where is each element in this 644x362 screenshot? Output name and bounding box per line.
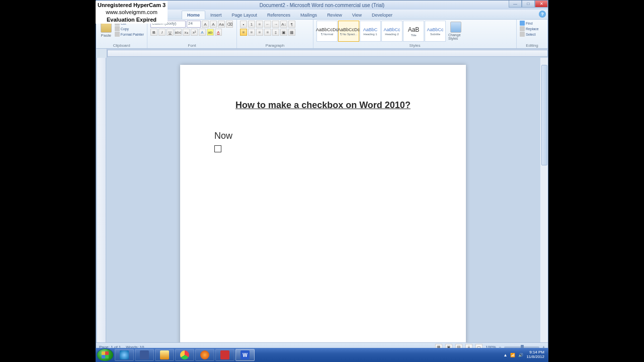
tab-page-layout[interactable]: Page Layout	[227, 11, 263, 19]
checkbox-content-control[interactable]	[214, 145, 221, 152]
tray-clock[interactable]: 9:14 PM 11/8/2012	[526, 350, 544, 359]
taskbar-word[interactable]: W	[235, 349, 255, 361]
ruler-horizontal-area	[96, 49, 548, 58]
bullets-button[interactable]: •	[240, 21, 247, 28]
font-size-select[interactable]: 24	[187, 21, 201, 28]
copy-icon	[115, 26, 120, 31]
change-case-button[interactable]: Aa	[218, 21, 225, 28]
group-clipboard-label: Clipboard	[99, 43, 144, 48]
taskbar-facebook[interactable]	[135, 349, 154, 361]
sort-button[interactable]: A↓	[280, 21, 287, 28]
document-workspace: How to make a checkbox on Word 2010? Now	[96, 58, 548, 342]
group-font-label: Font	[150, 43, 233, 48]
ruler-vertical[interactable]	[97, 58, 106, 342]
shrink-font-button[interactable]: A	[210, 21, 217, 28]
highlight-button[interactable]: ab	[207, 29, 214, 36]
underline-button[interactable]: U	[167, 29, 174, 36]
subscript-button[interactable]: x₂	[183, 29, 190, 36]
folder-icon	[160, 350, 169, 359]
taskbar-explorer[interactable]	[155, 349, 174, 361]
vertical-scrollbar[interactable]	[540, 58, 548, 342]
justify-button[interactable]: ≡	[264, 29, 271, 36]
window-title: Document2 - Microsoft Word non-commercia…	[260, 3, 384, 8]
app-icon	[220, 350, 229, 359]
change-styles-icon	[450, 22, 461, 33]
style-title[interactable]: AaBTitle	[403, 21, 424, 42]
tab-references[interactable]: References	[262, 11, 295, 19]
start-button[interactable]	[97, 348, 114, 361]
find-button[interactable]: Find	[520, 21, 539, 26]
superscript-button[interactable]: x²	[191, 29, 198, 36]
select-button[interactable]: Select	[520, 32, 539, 37]
text-effects-button[interactable]: A	[199, 29, 206, 36]
line-spacing-button[interactable]: ‡	[272, 29, 279, 36]
tray-chevron-icon[interactable]: ▲	[503, 353, 507, 357]
hypercam-watermark: Unregistered HyperCam 3 www.solveigmm.co…	[96, 1, 168, 24]
taskbar-media-player[interactable]	[195, 349, 214, 361]
numbering-button[interactable]: 1	[248, 21, 255, 28]
italic-button[interactable]: I	[158, 29, 166, 36]
taskbar-app[interactable]	[215, 349, 234, 361]
style-subtitle[interactable]: AaBbCcSubtitle	[425, 21, 446, 42]
align-right-button[interactable]: ≡	[256, 29, 263, 36]
taskbar-chrome[interactable]	[175, 349, 194, 361]
tab-developer[interactable]: Developer	[367, 11, 397, 19]
group-styles-label: Styles	[316, 43, 513, 48]
copy-button[interactable]: Copy	[115, 26, 144, 31]
tab-view[interactable]: View	[347, 11, 367, 19]
scroll-thumb[interactable]	[541, 65, 547, 165]
multilevel-button[interactable]: ≡	[256, 21, 263, 28]
tray-network-icon[interactable]: 📶	[510, 353, 515, 357]
ribbon: Paste Cut Copy Format Painter Clipboard …	[96, 20, 548, 49]
style-normal[interactable]: AaBbCcDc¶ Normal	[316, 21, 338, 42]
borders-button[interactable]: ▦	[288, 29, 295, 36]
document-text: Now	[214, 131, 432, 141]
clear-formatting-button[interactable]: ⌫	[226, 21, 233, 28]
group-paragraph-label: Paragraph	[240, 43, 310, 48]
align-center-button[interactable]: ≡	[248, 29, 255, 36]
replace-icon	[520, 26, 525, 31]
tab-mailings[interactable]: Mailings	[295, 11, 322, 19]
close-button[interactable]: ✕	[535, 1, 548, 8]
shading-button[interactable]: ▣	[280, 29, 287, 36]
select-icon	[520, 32, 525, 37]
decrease-indent-button[interactable]: ←	[264, 21, 271, 28]
styles-gallery[interactable]: AaBbCcDc¶ Normal AaBbCcDc¶ No Spaci... A…	[316, 21, 446, 42]
system-tray[interactable]: ▲ 📶 🔊 9:14 PM 11/8/2012	[503, 350, 547, 359]
document-page[interactable]: How to make a checkbox on Word 2010? Now	[180, 65, 466, 342]
help-icon[interactable]: ?	[539, 11, 546, 18]
style-heading1[interactable]: AaBbCHeading 1	[360, 21, 381, 42]
show-marks-button[interactable]: ¶	[288, 21, 295, 28]
tab-insert[interactable]: Insert	[205, 11, 227, 19]
maximize-button[interactable]: □	[522, 1, 535, 8]
grow-font-button[interactable]: A	[202, 21, 209, 28]
format-painter-button[interactable]: Format Painter	[115, 32, 144, 37]
chrome-icon	[180, 350, 189, 359]
replace-button[interactable]: Replace	[520, 26, 539, 31]
group-editing-label: Editing	[520, 43, 544, 48]
ie-icon	[120, 350, 129, 359]
align-left-button[interactable]: ≡	[240, 29, 247, 36]
increase-indent-button[interactable]: →	[272, 21, 279, 28]
word-icon: W	[240, 350, 250, 359]
change-styles-button[interactable]: Change Styles	[447, 21, 464, 41]
bold-button[interactable]: B	[150, 29, 157, 36]
tab-home[interactable]: Home	[182, 11, 205, 19]
wmp-icon	[200, 350, 209, 359]
strikethrough-button[interactable]: abc	[175, 29, 182, 36]
style-no-spacing[interactable]: AaBbCcDc¶ No Spaci...	[338, 21, 359, 42]
word-window: Document2 - Microsoft Word non-commercia…	[96, 0, 548, 352]
tab-review[interactable]: Review	[322, 11, 347, 19]
taskbar-ie[interactable]	[115, 349, 134, 361]
find-icon	[520, 21, 525, 26]
facebook-icon	[140, 350, 149, 359]
style-heading2[interactable]: AaBbCcHeading 2	[381, 21, 403, 42]
minimize-button[interactable]: —	[509, 1, 522, 8]
tray-volume-icon[interactable]: 🔊	[518, 353, 523, 357]
windows-taskbar: W ▲ 📶 🔊 9:14 PM 11/8/2012	[96, 348, 548, 362]
ruler-horizontal[interactable]	[107, 50, 548, 57]
font-color-button[interactable]: A	[215, 29, 222, 36]
document-heading: How to make a checkbox on Word 2010?	[214, 100, 432, 111]
brush-icon	[115, 32, 120, 37]
